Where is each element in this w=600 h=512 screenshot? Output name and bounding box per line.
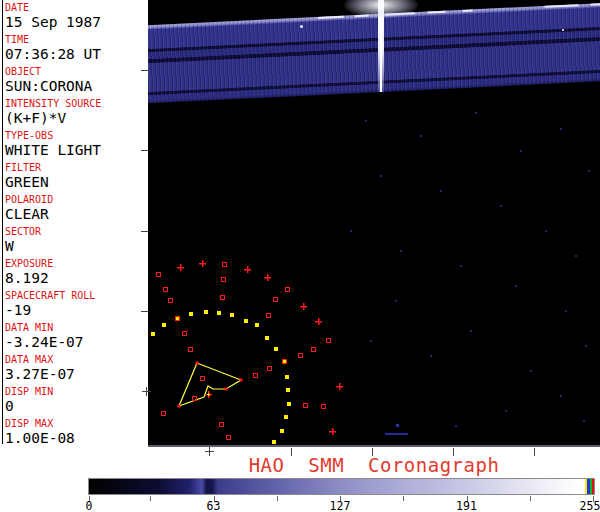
colorbar-top-stripe <box>590 479 592 494</box>
metadata-panel: DATE15 Sep 1987TIME07:36:28 UTOBJECTSUN:… <box>0 0 148 447</box>
limb-marker <box>205 391 212 398</box>
limb-marker <box>219 422 224 427</box>
field-value: W <box>5 238 147 254</box>
y-axis-tick <box>141 70 148 71</box>
limb-marker <box>156 272 161 277</box>
bright-dot <box>562 29 564 31</box>
field-label: DISP MAX <box>5 418 147 429</box>
limb-marker <box>222 262 227 267</box>
limb-marker <box>311 347 316 352</box>
noise-speckle <box>575 255 577 257</box>
colorbar <box>88 478 595 495</box>
field-label: DISP MIN <box>5 386 147 397</box>
colorbar-top-stripe <box>585 479 587 494</box>
field-label: SECTOR <box>5 226 147 237</box>
noise-speckle <box>545 230 547 232</box>
colorbar-tick-label: 127 <box>318 499 362 512</box>
limb-marker <box>192 396 197 401</box>
colorbar-tick-label: 191 <box>445 499 489 512</box>
limb-marker <box>326 338 331 343</box>
polygon-vertex-dot <box>225 388 228 391</box>
polygon-vertex-dot <box>240 379 243 382</box>
noise-speckle <box>430 355 432 357</box>
limb-marker <box>220 295 225 300</box>
limb-marker <box>204 310 208 314</box>
noise-speckle <box>560 395 562 397</box>
limb-marker <box>282 359 287 364</box>
limb-marker <box>329 428 336 435</box>
limb-marker <box>162 323 166 327</box>
noise-speckle <box>565 310 567 312</box>
noise-speckle <box>588 170 590 172</box>
limb-marker <box>230 313 234 317</box>
polygon-vertex-dot <box>178 405 181 408</box>
field-value: GREEN <box>5 174 147 190</box>
limb-marker <box>200 376 205 381</box>
limb-marker <box>285 375 289 379</box>
colorbar-tick-label: 0 <box>67 499 111 512</box>
limb-marker <box>280 429 284 433</box>
metadata-field: DISP MIN0 <box>5 386 147 417</box>
field-label: TYPE-OBS <box>5 130 147 141</box>
field-value: SUN:CORONA <box>5 78 147 94</box>
colorbar-minor-tick <box>277 496 278 501</box>
metadata-field: DATA MIN-3.24E-07 <box>5 322 147 353</box>
y-axis-tick <box>141 150 148 151</box>
metadata-field: EXPOSURE8.192 <box>5 258 147 289</box>
noise-speckle <box>470 330 472 332</box>
limb-marker <box>285 287 290 292</box>
limb-marker <box>265 336 269 340</box>
noise-speckle <box>380 175 382 177</box>
metadata-field: POLAROIDCLEAR <box>5 194 147 225</box>
colorbar-top-stripe <box>587 479 590 494</box>
limb-marker <box>315 318 322 325</box>
field-label: DATE <box>5 2 147 13</box>
limb-marker <box>217 311 221 315</box>
field-value: 0 <box>5 398 147 414</box>
noise-speckle <box>505 410 507 412</box>
field-label: EXPOSURE <box>5 258 147 269</box>
field-label: FILTER <box>5 162 147 173</box>
limb-marker <box>188 347 193 352</box>
noise-speckle <box>530 370 532 372</box>
metadata-field: TYPE-OBSWHITE LIGHT <box>5 130 147 161</box>
metadata-field: INTENSITY SOURCE(K+F)*V <box>5 98 147 129</box>
limb-marker <box>287 402 291 406</box>
field-label: INTENSITY SOURCE <box>5 98 147 109</box>
metadata-field: TIME07:36:28 UT <box>5 34 147 65</box>
region-polygon <box>179 363 241 406</box>
bright-dot <box>300 25 303 28</box>
field-value: WHITE LIGHT <box>5 142 147 158</box>
limb-marker <box>199 260 206 267</box>
metadata-field: DISP MAX1.00E-08 <box>5 418 147 449</box>
limb-marker <box>244 266 251 273</box>
polygon-vertex-dot <box>196 362 199 365</box>
limb-marker <box>151 332 155 336</box>
coronagraph-viewer-window: DATE15 Sep 1987TIME07:36:28 UTOBJECTSUN:… <box>0 0 600 512</box>
coronagraph-image <box>148 0 600 447</box>
noise-speckle <box>350 230 352 232</box>
y-axis-tick <box>141 311 148 312</box>
limb-marker <box>300 303 307 310</box>
field-value: 1.00E-08 <box>5 430 147 446</box>
noise-speckle <box>475 112 477 114</box>
field-value: -3.24E-07 <box>5 334 147 350</box>
limb-marker <box>336 383 343 390</box>
noise-speckle <box>460 265 462 267</box>
metadata-field: SECTORW <box>5 226 147 257</box>
colorbar-minor-tick <box>403 496 404 501</box>
field-label: DATA MIN <box>5 322 147 333</box>
noise-speckle <box>440 190 442 192</box>
noise-speckle <box>370 340 372 342</box>
limb-marker <box>272 440 276 444</box>
limb-marker <box>321 404 326 409</box>
field-label: POLAROID <box>5 194 147 205</box>
field-value: -19 <box>5 302 147 318</box>
limb-marker <box>274 347 278 351</box>
metadata-field: SPACECRAFT ROLL-19 <box>5 290 147 321</box>
noise-speckle <box>583 420 585 422</box>
metadata-field: DATA MAX3.27E-07 <box>5 354 147 385</box>
limb-marker <box>255 323 259 327</box>
noise-speckle <box>500 205 502 207</box>
field-value: 8.192 <box>5 270 147 286</box>
